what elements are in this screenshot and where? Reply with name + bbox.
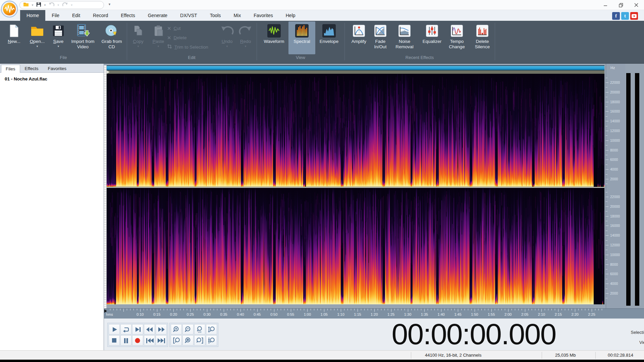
freq-tick-minor — [606, 126, 607, 126]
freq-label: 16000 — [610, 109, 620, 113]
noise-removal-icon — [398, 23, 411, 39]
overview-scrollbar[interactable] — [107, 65, 604, 70]
play-button[interactable] — [109, 324, 120, 335]
ruler-tick — [478, 309, 478, 310]
ruler-tick — [347, 309, 348, 310]
ruler-tick — [200, 309, 201, 310]
fade-in-out-button[interactable]: Fade In/Out — [370, 21, 391, 54]
tab-home[interactable]: Home — [20, 10, 45, 21]
fast-forward-button[interactable] — [156, 324, 167, 335]
freq-tick — [606, 179, 608, 179]
freq-label: 4000 — [610, 282, 618, 286]
ruler-tick — [558, 309, 558, 312]
tab-edit[interactable]: Edit — [66, 10, 87, 21]
zoom-100-button[interactable]: 100 — [194, 324, 205, 335]
ruler-tick — [160, 309, 161, 310]
tab-mix[interactable]: Mix — [227, 10, 247, 21]
sidebar-tab-files[interactable]: Files — [1, 65, 20, 73]
zoom-vertical-in-button[interactable] — [206, 324, 217, 335]
tab-effects[interactable]: Effects — [114, 10, 142, 21]
freq-tick-minor — [606, 107, 607, 107]
sidebar-tab-favorites[interactable]: Favorites — [43, 64, 71, 72]
rewind-button[interactable] — [144, 324, 155, 335]
delete-silence-button[interactable]: Delete Silence — [471, 21, 494, 54]
pause-button[interactable] — [120, 335, 131, 346]
ruler-tick — [548, 309, 548, 310]
open-button-large[interactable]: Open... ▼ — [26, 21, 48, 54]
save-caret-icon[interactable]: ▼ — [44, 4, 46, 7]
save-button-large[interactable]: Save ▼ — [48, 21, 69, 54]
ruler-tick — [468, 309, 468, 310]
tab-favorites[interactable]: Favorites — [247, 10, 279, 21]
zoom-out-button[interactable] — [182, 324, 194, 335]
timeline-position-marker-icon — [104, 309, 107, 313]
ruler-label: 1:45 — [453, 312, 463, 316]
freq-label: 22000 — [610, 80, 620, 84]
save-button[interactable] — [36, 2, 41, 8]
ribbon-tabs: Home File Edit Record Effects Generate D… — [20, 10, 302, 21]
tab-generate[interactable]: Generate — [142, 10, 174, 21]
open-button[interactable] — [23, 2, 29, 8]
restore-button[interactable] — [613, 0, 629, 10]
tab-help[interactable]: Help — [279, 10, 302, 21]
ruler-tick — [214, 309, 214, 310]
zoom-selection-start-button[interactable] — [171, 335, 182, 346]
go-to-start-button[interactable] — [144, 335, 155, 346]
freq-tick — [606, 160, 608, 160]
cursor-strip[interactable] — [107, 70, 604, 74]
open-dropdown-caret-icon[interactable]: ▼ — [36, 45, 39, 48]
tab-file[interactable]: File — [45, 10, 66, 21]
spectral-view-button[interactable]: Spectral — [288, 21, 315, 54]
grab-from-cd-button[interactable]: Grab from CD — [100, 21, 124, 54]
play-to-end-button[interactable] — [132, 324, 143, 335]
delete-silence-label: Delete Silence — [471, 39, 494, 50]
tab-record[interactable]: Record — [87, 10, 114, 21]
ruler-tick — [555, 309, 555, 310]
record-button[interactable] — [132, 335, 143, 346]
facebook-icon[interactable]: f — [612, 12, 620, 20]
ruler-tick — [588, 309, 589, 310]
equalizer-button[interactable]: Equalizer — [419, 21, 445, 54]
save-dropdown-caret-icon[interactable]: ▼ — [57, 45, 60, 48]
list-item-file[interactable]: 01 - Noche Azul.flac — [5, 76, 99, 81]
tab-dxvst[interactable]: DX/VST — [174, 10, 204, 21]
waveform-view-button[interactable]: Waveform — [260, 21, 288, 54]
stop-button[interactable] — [109, 335, 120, 346]
ruler-unit-label: hms — [106, 312, 113, 316]
go-to-end-button[interactable] — [156, 335, 167, 346]
paste-button: Paste ▼ — [148, 21, 168, 54]
open-caret-icon[interactable]: ▼ — [31, 4, 34, 7]
twitter-icon[interactable]: t — [621, 12, 629, 20]
spectrogram-channel-right[interactable] — [107, 188, 604, 304]
freq-tick-minor — [606, 221, 607, 221]
loop-button[interactable] — [120, 324, 131, 335]
tempo-change-button[interactable]: Tempo Change — [445, 21, 469, 54]
noise-removal-button[interactable]: Noise Removal — [392, 21, 417, 54]
toolbar-options-caret-icon[interactable]: ▼ — [108, 3, 111, 6]
app-logo[interactable] — [1, 0, 18, 18]
youtube-icon[interactable] — [630, 12, 638, 20]
ribbon: New... Open... ▼ Save ▼ Import from Vide… — [0, 21, 644, 64]
freq-tick-minor — [606, 184, 607, 184]
zoom-selection-end-button[interactable] — [194, 335, 205, 346]
zoom-in-button[interactable] — [171, 324, 182, 335]
new-button[interactable]: New... — [3, 21, 25, 54]
zoom-fit-button[interactable] — [182, 335, 194, 346]
editor-left-gutter[interactable] — [104, 65, 107, 308]
freq-label: 4000 — [610, 167, 618, 171]
minimize-button[interactable] — [598, 0, 613, 10]
import-from-video-button[interactable]: Import from Video — [69, 21, 96, 54]
close-button[interactable] — [629, 0, 644, 10]
amplify-button[interactable]: Amplify — [347, 21, 371, 54]
spectrogram-channel-left[interactable] — [107, 74, 604, 187]
envelope-view-button[interactable]: Envelope — [315, 21, 343, 54]
ruler-tick — [485, 309, 485, 310]
ruler-tick — [458, 309, 458, 312]
ruler-tick — [123, 309, 124, 312]
ruler-tick — [598, 309, 599, 310]
sidebar-tab-effects[interactable]: Effects — [20, 64, 43, 72]
paste-label: Paste — [153, 39, 164, 44]
timeline-ruler[interactable]: hms 0:100:150:200:250:300:350:400:450:50… — [104, 308, 644, 318]
tab-tools[interactable]: Tools — [204, 10, 227, 21]
zoom-vertical-out-button[interactable] — [206, 335, 217, 346]
